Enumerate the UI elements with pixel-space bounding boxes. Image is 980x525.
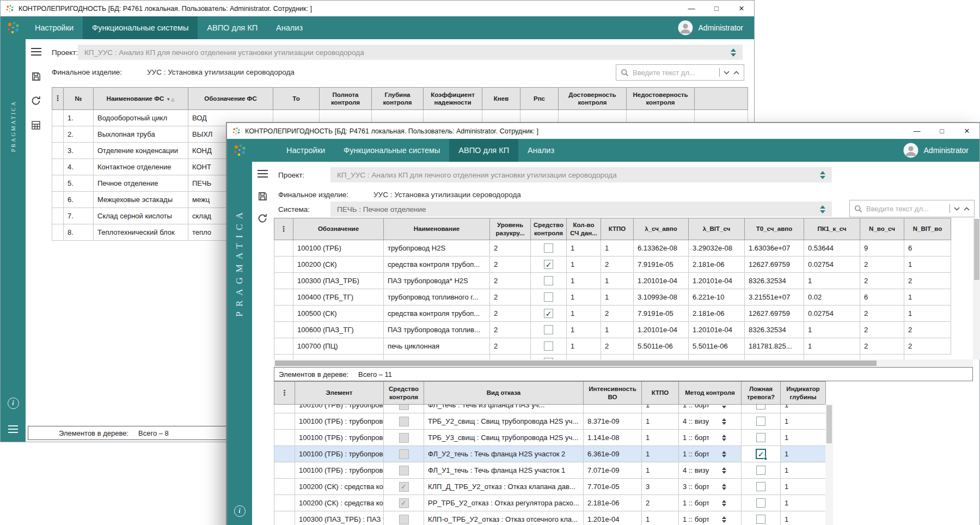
col-lozhnaya-trevoga[interactable]: Ложная тревога?	[742, 382, 781, 405]
tab-analiz[interactable]: Анализ	[518, 139, 564, 162]
table-row[interactable]: 100100 (ТРБ) : трубопрово...ТРБ_У2_свищ …	[274, 413, 826, 430]
table-row[interactable]: 100200 (СК)средства контроля трубоп...2✓…	[274, 257, 951, 273]
spinner-icon[interactable]	[820, 205, 825, 213]
close-button[interactable]: ✕	[954, 123, 979, 139]
col-knev[interactable]: Кнев	[482, 88, 520, 110]
tab-funkcionalnye-sistemy[interactable]: Функциональные системы	[83, 16, 198, 39]
table-row[interactable]: 100700 (ПЦ)печь циклонная2125.5011e-065.…	[274, 338, 951, 355]
table-row[interactable]: 100500 (СК)средства контроля трубоп...2✓…	[274, 306, 951, 322]
control-checkbox[interactable]: ✓	[399, 498, 409, 508]
scrollbar-thumb[interactable]	[275, 361, 877, 366]
save-icon[interactable]	[256, 190, 269, 203]
info-icon[interactable]: i	[234, 505, 246, 517]
save-icon[interactable]	[29, 70, 42, 83]
user-menu[interactable]: Administrator	[903, 139, 979, 162]
control-checkbox[interactable]	[399, 449, 409, 459]
col-n-bit[interactable]: N_BIT_во	[904, 218, 951, 240]
table-row[interactable]: 100100 (ТРБ)трубопровод H2S2116.13362e-0…	[274, 240, 951, 257]
tab-nastroyki[interactable]: Настройки	[277, 139, 334, 162]
col-dostovernost[interactable]: Достоверность контроля	[559, 88, 627, 110]
user-menu[interactable]: Administrator	[678, 16, 754, 39]
col-vid-otkaza[interactable]: Вид отказа	[424, 382, 584, 405]
spinner-icon[interactable]	[711, 484, 737, 490]
control-checkbox[interactable]: ✓	[399, 482, 409, 492]
chevron-up-icon[interactable]	[733, 71, 739, 75]
table-row[interactable]: 100300 (ПАЗ_ТРБ)ПАЗ трубопровода* H2S211…	[274, 273, 951, 289]
control-checkbox[interactable]	[399, 433, 409, 443]
row-menu-icon[interactable]: ⋮	[274, 382, 295, 405]
false-alarm-checkbox[interactable]	[756, 498, 765, 508]
control-checkbox[interactable]	[399, 417, 409, 426]
control-checkbox[interactable]: ✓	[544, 309, 553, 318]
tab-funkcionalnye-sistemy[interactable]: Функциональные системы	[334, 139, 449, 162]
tab-analiz[interactable]: Анализ	[267, 16, 312, 39]
col-oboznachenie[interactable]: Обозначение	[293, 218, 384, 240]
system-select[interactable]: ПЕЧЬ : Печное отделение	[330, 202, 832, 217]
control-checkbox[interactable]	[544, 341, 553, 351]
col-name[interactable]: Наименование ФС▼△	[94, 88, 188, 110]
table-row[interactable]: 100100 (ТРБ) : трубопрово...ТРБ_У3_свищ …	[274, 430, 826, 446]
tab-nastroyki[interactable]: Настройки	[26, 16, 83, 39]
scrollbar-thumb[interactable]	[826, 405, 832, 443]
search-input[interactable]: Введите текст дл...	[633, 69, 715, 77]
col-lambda-sch[interactable]: λ_сч_авпо	[634, 218, 689, 240]
selected-table-row[interactable]: 100100 (ТРБ) : трубопрово...ФЛ_У2_течь :…	[274, 446, 826, 462]
control-checkbox[interactable]	[544, 292, 553, 302]
project-select[interactable]: КП_УУС : Анализ КП для печного отделения…	[78, 45, 743, 60]
col-indikator-glubiny[interactable]: Индикатор глубины	[781, 382, 826, 405]
minimize-button[interactable]: —	[904, 123, 929, 139]
control-checkbox[interactable]	[399, 466, 409, 475]
tab-avpo-dlya-kp[interactable]: АВПО для КП	[449, 139, 518, 162]
chevron-down-icon[interactable]	[954, 207, 960, 211]
col-rps[interactable]: Рпс	[520, 88, 559, 110]
col-t0[interactable]: Т0_сч_авпо	[745, 218, 804, 240]
false-alarm-checkbox[interactable]	[756, 405, 765, 410]
col-polnota[interactable]: Полнота контроля	[320, 88, 372, 110]
search-box[interactable]: Введите текст дл...	[849, 200, 975, 217]
refresh-icon[interactable]	[29, 94, 42, 107]
search-box[interactable]: Введите текст дл...	[616, 64, 744, 81]
false-alarm-checkbox-selected[interactable]: ✓	[756, 449, 766, 459]
table-row[interactable]: 100400 (ТРБ_ТГ)трубопровод топливного г.…	[274, 289, 951, 306]
tab-avpo-dlya-kp[interactable]: АВПО для КП	[198, 16, 267, 39]
false-alarm-checkbox[interactable]	[756, 466, 765, 475]
menu-icon[interactable]	[8, 425, 18, 433]
table-row[interactable]: 100100 (ТРБ) : трубопрово...ФЛ_У1_течь :…	[274, 462, 826, 479]
row-menu-icon[interactable]: ⋮	[52, 88, 64, 110]
table-row[interactable]: 100200 (СК) : средства кон...✓РР_ТРБ_У2_…	[274, 495, 826, 511]
control-checkbox[interactable]	[544, 325, 553, 334]
row-menu-icon[interactable]: ⋮	[274, 218, 293, 240]
control-checkbox[interactable]	[544, 276, 553, 285]
col-element[interactable]: Элемент	[295, 382, 384, 405]
control-checkbox[interactable]: ✓	[544, 260, 553, 269]
search-input[interactable]: Введите текст дл...	[866, 205, 946, 213]
false-alarm-checkbox[interactable]	[756, 433, 765, 442]
refresh-icon[interactable]	[256, 212, 269, 225]
col-sredstvo-kontrolya[interactable]: Средство контроля	[531, 218, 567, 240]
col-naimenovanie[interactable]: Наименование	[384, 218, 490, 240]
hamburger-icon[interactable]	[256, 167, 269, 180]
selection-handle[interactable]	[764, 457, 767, 460]
control-checkbox[interactable]	[399, 515, 409, 524]
table-row[interactable]	[274, 355, 951, 360]
col-to[interactable]: То	[273, 88, 320, 110]
sort-icons[interactable]: ▼△	[166, 97, 175, 102]
table-row[interactable]: 100100 (ТРБ) : трубопрово...ФЛ_течь : Те…	[274, 405, 826, 413]
spinner-icon[interactable]	[711, 516, 737, 523]
minimize-button[interactable]: —	[679, 1, 704, 16]
col-koeff[interactable]: Коэффициент надежности	[424, 88, 482, 110]
col-pk1[interactable]: ПК1_к_сч	[804, 218, 860, 240]
maximize-button[interactable]: □	[929, 123, 954, 139]
table-grid-icon[interactable]	[29, 119, 42, 132]
scrollbar-thumb[interactable]	[974, 219, 979, 280]
spinner-icon[interactable]	[711, 435, 737, 441]
chevron-up-icon[interactable]	[964, 207, 970, 211]
col-num[interactable]: №	[64, 88, 94, 110]
table-row[interactable]: 100600 (ПАЗ_ТГ)ПАЗ трубопровода топлив..…	[274, 322, 951, 338]
table-row[interactable]: 100200 (СК) : средства кон...✓КЛП_Д_ТРБ_…	[274, 479, 826, 495]
false-alarm-checkbox[interactable]	[756, 417, 765, 426]
chevron-down-icon[interactable]	[724, 71, 730, 75]
spinner-icon[interactable]	[711, 418, 737, 425]
false-alarm-checkbox[interactable]	[756, 482, 765, 491]
control-checkbox[interactable]	[399, 405, 409, 410]
